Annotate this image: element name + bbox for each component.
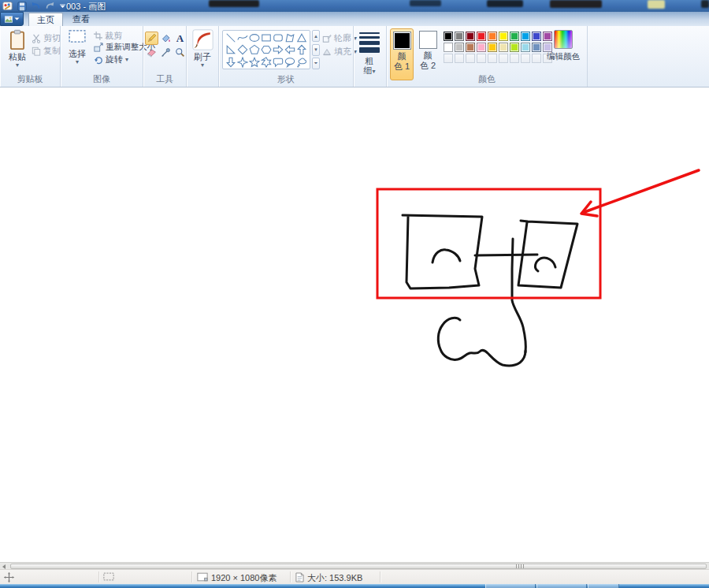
palette-swatch[interactable]	[444, 32, 453, 41]
palette-swatch[interactable]	[499, 32, 508, 41]
shape-callout-cloud-icon[interactable]	[295, 56, 307, 68]
annotation-rectangle	[377, 189, 600, 298]
text-tool-icon: A	[176, 32, 184, 45]
fill-bucket-icon	[161, 33, 171, 43]
palette-swatch-empty[interactable]	[444, 54, 453, 63]
undo-button[interactable]	[30, 1, 42, 11]
palette-swatch[interactable]	[455, 32, 464, 41]
palette-swatch[interactable]	[466, 32, 475, 41]
palette-swatch[interactable]	[510, 32, 519, 41]
shape-fill-button[interactable]: 填充	[322, 46, 357, 58]
taskbar-button[interactable]	[588, 584, 619, 588]
shape-diamond-icon[interactable]	[236, 44, 248, 56]
shape-arrow-left-icon[interactable]	[284, 44, 295, 56]
shape-line-icon[interactable]	[225, 32, 236, 43]
palette-swatch-empty[interactable]	[532, 54, 541, 63]
palette-swatch[interactable]	[477, 43, 486, 52]
shape-star-5-icon[interactable]	[248, 56, 260, 68]
shape-rounded-rectangle-icon[interactable]	[272, 32, 284, 43]
palette-swatch-empty[interactable]	[466, 54, 475, 63]
palette-swatch-empty[interactable]	[488, 54, 497, 63]
cut-button[interactable]: 剪切	[32, 32, 61, 44]
palette-swatch-empty[interactable]	[521, 54, 530, 63]
taskbar-button[interactable]	[485, 584, 536, 588]
shape-star-4-icon[interactable]	[236, 56, 248, 68]
background-artifact	[701, 0, 709, 8]
fill-tool-button[interactable]	[159, 32, 173, 45]
shape-arrow-down-icon[interactable]	[225, 56, 236, 68]
color2-button[interactable]: 颜 色 2	[416, 28, 440, 80]
drawing-canvas[interactable]	[0, 87, 709, 562]
shape-rectangle-icon[interactable]	[260, 32, 272, 43]
shape-outline-button[interactable]: 轮廓	[322, 32, 357, 44]
shape-star-6-icon[interactable]	[260, 56, 272, 68]
select-button[interactable]: 选择	[63, 28, 91, 65]
palette-swatch[interactable]	[521, 32, 530, 41]
save-button[interactable]	[16, 1, 28, 11]
palette-swatch[interactable]	[488, 43, 497, 52]
ribbon-group-size: 粗 细 .	[354, 26, 387, 87]
shape-oval-icon[interactable]	[248, 32, 260, 43]
shape-hexagon-icon[interactable]	[260, 44, 272, 56]
ribbon-group-clipboard: 粘贴 剪切 复制 剪贴板	[0, 26, 61, 87]
shape-arrow-right-icon[interactable]	[272, 44, 284, 56]
palette-swatch[interactable]	[532, 43, 541, 52]
shapes-gallery-scroll: ▲ ▼ ⏷	[312, 30, 320, 69]
palette-swatch-empty[interactable]	[499, 54, 508, 63]
palette-row-empty	[444, 54, 552, 63]
background-artifact	[209, 0, 259, 7]
palette-swatch[interactable]	[455, 43, 464, 52]
shape-curve-icon[interactable]	[236, 32, 248, 43]
ribbon-group-image: 选择 裁剪 重新调整大小 旋转 图像	[61, 26, 143, 87]
size-button[interactable]: 粗 细	[357, 28, 382, 75]
clipboard-icon	[9, 29, 26, 50]
color1-button[interactable]: 颜 色 1	[390, 28, 414, 80]
paint-app-icon	[2, 1, 13, 11]
shapes-scroll-up-button[interactable]: ▲	[312, 30, 320, 42]
redo-button[interactable]	[44, 1, 56, 11]
shapes-more-button[interactable]: ⏷	[312, 58, 320, 69]
shape-pentagon-icon[interactable]	[248, 44, 260, 56]
palette-swatch[interactable]	[477, 32, 486, 41]
shapes-scroll-down-button[interactable]: ▼	[312, 44, 320, 56]
shape-right-triangle-icon[interactable]	[225, 44, 236, 56]
application-menu-button[interactable]	[0, 12, 24, 26]
shape-polygon-icon[interactable]	[284, 32, 295, 43]
pencil-tool-button[interactable]	[145, 32, 158, 45]
shape-callout-rounded-icon[interactable]	[272, 56, 284, 68]
shape-arrow-up-icon[interactable]	[295, 44, 307, 56]
copy-button[interactable]: 复制	[32, 45, 61, 57]
qat-customize-dropdown-icon[interactable]	[58, 1, 66, 11]
taskbar-button[interactable]	[536, 584, 587, 588]
status-bar: 1920 × 1080像素 大小: 153.9KB	[0, 569, 709, 584]
edit-colors-button[interactable]: 编辑颜色	[544, 30, 582, 62]
brushes-button[interactable]: 刷子	[189, 28, 216, 68]
text-tool-button[interactable]: A	[173, 32, 187, 45]
crop-button[interactable]: 裁剪	[94, 30, 122, 42]
shape-callout-oval-icon[interactable]	[284, 56, 295, 68]
paste-button[interactable]: 粘贴	[4, 28, 31, 68]
palette-swatch[interactable]	[466, 43, 475, 52]
scrollbar-thumb[interactable]	[10, 564, 707, 569]
palette-swatch[interactable]	[488, 32, 497, 41]
tab-view[interactable]: 查看	[65, 13, 98, 26]
eraser-tool-button[interactable]	[145, 46, 158, 59]
magnifier-tool-button[interactable]	[173, 46, 187, 59]
pencil-icon	[147, 33, 157, 43]
brush-icon	[192, 29, 213, 50]
shape-triangle-icon[interactable]	[295, 32, 307, 43]
taskbar-edge	[0, 584, 709, 588]
palette-swatch[interactable]	[532, 32, 541, 41]
horizontal-scrollbar[interactable]	[0, 562, 709, 569]
palette-swatch[interactable]	[510, 43, 519, 52]
palette-swatch[interactable]	[499, 43, 508, 52]
tab-home[interactable]: 主页	[28, 13, 63, 26]
color-picker-tool-button[interactable]	[159, 46, 173, 59]
palette-swatch-empty[interactable]	[455, 54, 464, 63]
palette-swatch-empty[interactable]	[510, 54, 519, 63]
rotate-button[interactable]: 旋转	[94, 54, 128, 65]
palette-swatch-empty[interactable]	[477, 54, 486, 63]
palette-swatch[interactable]	[521, 43, 530, 52]
palette-swatch[interactable]	[444, 43, 453, 52]
cursor-position-icon	[4, 572, 14, 582]
